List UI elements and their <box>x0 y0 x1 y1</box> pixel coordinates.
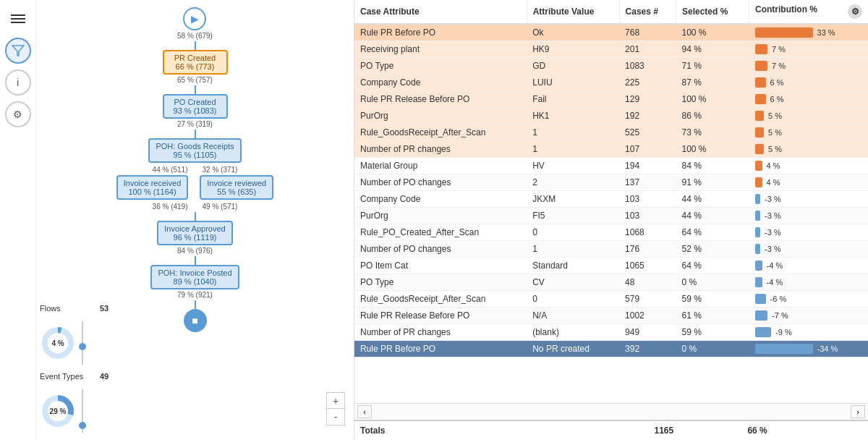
cell-attr: Company Code <box>354 191 527 208</box>
cell-cases: 225 <box>619 75 676 91</box>
cell-value: Ok <box>527 24 619 41</box>
poh-goods-node[interactable]: POH: Goods Receipts 95 % (1105) <box>148 138 241 163</box>
cell-contribution: 4 % <box>749 158 868 174</box>
table-container: Case Attribute Attribute Value Cases # S… <box>354 0 868 403</box>
filter-button[interactable] <box>5 38 31 64</box>
table-settings-icon[interactable]: ⚙ <box>848 4 862 19</box>
edge-label-5b: 49 % (571) <box>203 203 250 211</box>
cell-value: 1 <box>527 141 619 158</box>
pr-created-pct: 66 % (773) <box>170 62 221 71</box>
cell-value: CV <box>527 274 619 291</box>
contribution-text: -3 % <box>765 228 781 237</box>
cell-contribution: 6 % <box>749 91 868 108</box>
flows-label: Flows <box>40 304 94 313</box>
cell-value: N/A <box>527 308 619 324</box>
cell-contribution: -3 % <box>749 208 868 224</box>
table-row: Rule PR Release Before PO Fail 129 100 %… <box>354 91 868 108</box>
scroll-right-button[interactable]: › <box>851 405 865 418</box>
cell-value: HK9 <box>527 41 619 58</box>
cell-cases: 48 <box>619 274 676 291</box>
cell-contribution: 5 % <box>749 141 868 158</box>
info-button[interactable]: i <box>5 69 31 96</box>
flows-slider-thumb[interactable] <box>79 343 86 350</box>
settings-button[interactable]: ⚙ <box>5 101 31 127</box>
zoom-in-button[interactable]: + <box>327 393 344 409</box>
table-row: Number of PR changes (blank) 949 59 % -9… <box>354 324 868 341</box>
start-node: ▶ 58 % (679) <box>177 7 213 41</box>
cell-selected: 59 % <box>676 324 749 341</box>
flows-donut-container: 4 % <box>40 321 163 365</box>
table-row: Company Code JKXM 103 44 % -3 % <box>354 191 868 208</box>
zoom-out-button[interactable]: - <box>327 409 344 425</box>
invoice-approved-node[interactable]: Invoice Approved 96 % (1119) <box>157 221 232 245</box>
col-header-attr: Case Attribute <box>354 0 527 24</box>
contribution-text: -4 % <box>767 261 783 270</box>
invoice-received-node[interactable]: Invoice received 100 % (1164) <box>116 175 189 200</box>
flows-count: 53 <box>100 304 109 313</box>
cell-selected: 64 % <box>676 258 749 274</box>
inv-received-pct: 100 % (1164) <box>124 187 182 196</box>
inv-approved-label: Invoice Approved <box>164 224 225 233</box>
col-header-contribution: Contribution % ⚙ <box>749 0 868 24</box>
cell-selected: 94 % <box>676 41 749 58</box>
contribution-bar <box>755 327 772 337</box>
pr-created-label: PR Created <box>170 54 221 62</box>
table-row: Rule_GoodsReceipt_After_Scan 1 525 73 % … <box>354 124 868 141</box>
table-row: PurOrg FI5 103 44 % -3 % <box>354 208 868 224</box>
contribution-text: 33 % <box>817 28 835 37</box>
cell-selected: 87 % <box>676 75 749 91</box>
contribution-bar <box>755 344 813 354</box>
cell-cases: 392 <box>619 341 676 358</box>
table-body: Rule PR Before PO Ok 768 100 % 33 % Rece… <box>354 24 868 358</box>
table-header: Case Attribute Attribute Value Cases # S… <box>354 0 868 24</box>
cell-attr: Rule PR Before PO <box>354 24 527 41</box>
menu-button[interactable] <box>5 6 31 32</box>
cell-value: Fail <box>527 91 619 108</box>
poh-invoice-node[interactable]: POH: Invoice Posted 89 % (1040) <box>150 265 239 289</box>
contribution-bar <box>755 44 768 54</box>
cell-selected: 71 % <box>676 58 749 75</box>
contribution-text: 4 % <box>767 178 780 187</box>
invoice-reviewed-node[interactable]: Invoice reviewed 55 % (635) <box>200 175 273 200</box>
cell-cases: 768 <box>619 24 676 41</box>
table-row: Number of PR changes 1 107 100 % 5 % <box>354 141 868 158</box>
connector-1 <box>195 41 196 50</box>
cell-contribution: -3 % <box>749 241 868 258</box>
flows-pct-text: 4 % <box>51 339 64 347</box>
cell-value: HK1 <box>527 108 619 124</box>
cell-value: HV <box>527 158 619 174</box>
contribution-text: -9 % <box>775 328 792 337</box>
contribution-text: -3 % <box>765 211 781 220</box>
cell-attr: Number of PR changes <box>354 324 527 341</box>
contribution-bar <box>755 261 762 271</box>
end-circle: ■ <box>184 309 207 332</box>
cell-attr: Material Group <box>354 158 527 174</box>
cell-cases: 525 <box>619 124 676 141</box>
invoice-received-branch: Invoice received 100 % (1164) <box>116 175 189 200</box>
contribution-bar <box>755 127 765 138</box>
event-types-donut: 29 % <box>40 393 76 429</box>
table-row: Rule_PO_Created_After_Scan 0 1068 64 % -… <box>354 224 868 241</box>
cell-selected: 73 % <box>676 124 749 141</box>
flows-slider[interactable] <box>82 321 83 365</box>
scroll-left-button[interactable]: ‹ <box>357 405 372 418</box>
event-types-slider-thumb[interactable] <box>79 422 86 429</box>
pr-created-node[interactable]: PR Created 66 % (773) <box>163 50 228 75</box>
cell-contribution: 7 % <box>749 58 868 75</box>
contribution-text: 6 % <box>770 95 784 103</box>
connector-3 <box>195 130 196 138</box>
po-created-node[interactable]: PO Created 93 % (1083) <box>163 94 228 119</box>
cell-cases: 103 <box>619 191 676 208</box>
table-row: Rule_GoodsReceipt_After_Scan 0 579 59 % … <box>354 291 868 308</box>
cell-selected: 61 % <box>676 308 749 324</box>
cell-value: 0 <box>527 291 619 308</box>
cell-selected: 91 % <box>676 174 749 191</box>
cell-cases: 201 <box>619 41 676 58</box>
cell-attr: Number of PO changes <box>354 174 527 191</box>
inv-approved-pct: 96 % (1119) <box>164 233 225 242</box>
table-row: PO Type CV 48 0 % -4 % <box>354 274 868 291</box>
event-types-slider[interactable] <box>82 389 83 433</box>
table-row: Rule PR Before PO No PR created 392 0 % … <box>354 341 868 358</box>
poh-goods-pct: 95 % (1105) <box>156 151 234 159</box>
cell-attr: Rule_PO_Created_After_Scan <box>354 224 527 241</box>
